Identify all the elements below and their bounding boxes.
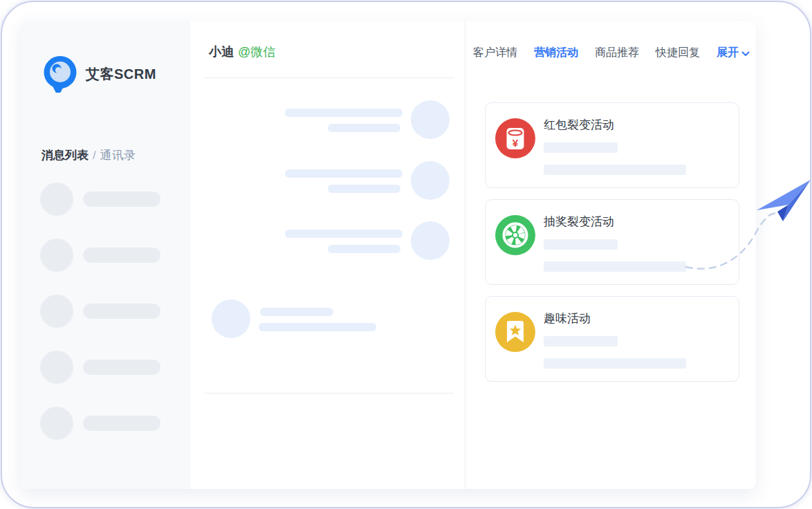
chevron-down-icon: [741, 47, 750, 59]
conversation-item[interactable]: [40, 295, 171, 328]
conversation-item[interactable]: [40, 183, 171, 216]
tab-product-recommend[interactable]: 商品推荐: [595, 46, 639, 60]
activity-card-list: ¥ 红包裂变活动: [485, 102, 739, 393]
yuan-symbol: ¥: [513, 137, 519, 149]
sidebar-nav: 消息列表/通讯录: [41, 147, 136, 163]
chat-header: 小迪@微信: [209, 44, 275, 60]
card-title: 红包裂变活动: [544, 117, 614, 133]
expand-label: 展开: [717, 46, 739, 60]
text-placeholder: [83, 416, 160, 431]
message-bar: [285, 169, 403, 178]
card-text-placeholder: [544, 336, 618, 346]
card-text-placeholder: [544, 261, 686, 272]
text-placeholder: [83, 360, 160, 375]
avatar-placeholder: [40, 295, 73, 328]
channel-tag: @微信: [238, 45, 275, 59]
avatar-placeholder: [40, 239, 73, 272]
card-title: 趣味活动: [544, 311, 591, 326]
avatar-placeholder: [40, 351, 73, 384]
message-bar: [260, 308, 333, 316]
red-packet-icon: ¥: [495, 118, 535, 158]
outgoing-message: [214, 100, 450, 140]
activity-card-red-packet[interactable]: ¥ 红包裂变活动: [485, 102, 739, 188]
avatar-placeholder: [411, 161, 450, 200]
screenshot-canvas: 艾客SCRM 消息列表/通讯录: [0, 0, 812, 509]
prize-wheel-icon: [495, 215, 535, 255]
contact-name: 小迪: [209, 45, 234, 59]
conversation-list: [40, 183, 171, 463]
avatar-placeholder: [40, 183, 73, 216]
app-name: 艾客SCRM: [86, 65, 156, 84]
app-logo: 艾客SCRM: [41, 55, 156, 93]
avatar-placeholder: [411, 100, 450, 139]
panel-tabs: 客户详情 营销活动 商品推荐 快捷回复 展开: [473, 46, 750, 60]
activity-card-lottery[interactable]: 抽奖裂变活动: [485, 199, 739, 285]
avatar-placeholder: [40, 407, 73, 440]
outgoing-message: [214, 221, 450, 261]
app-window: 艾客SCRM 消息列表/通讯录: [21, 21, 756, 489]
activity-card-fun[interactable]: 趣味活动: [485, 296, 739, 382]
card-text-placeholder: [544, 165, 686, 175]
star-badge-icon: [495, 312, 535, 352]
text-placeholder: [83, 192, 160, 207]
tab-marketing-activity[interactable]: 营销活动: [534, 46, 578, 60]
conversation-item[interactable]: [40, 407, 171, 440]
message-bar: [259, 323, 376, 331]
expand-button[interactable]: 展开: [717, 46, 750, 60]
header-divider: [204, 77, 454, 78]
message-bar: [328, 245, 400, 253]
message-bar: [328, 185, 400, 193]
nav-separator: /: [93, 149, 96, 162]
card-text-placeholder: [544, 358, 686, 369]
sidebar-tab-messages[interactable]: 消息列表: [41, 149, 89, 162]
text-placeholder: [83, 248, 160, 263]
incoming-message: [212, 299, 447, 340]
paper-plane-icon: [754, 176, 812, 228]
conversation-item[interactable]: [40, 351, 171, 384]
tab-quick-reply[interactable]: 快捷回复: [656, 46, 700, 60]
detail-panel: 客户详情 营销活动 商品推荐 快捷回复 展开: [465, 21, 756, 489]
chat-column: 小迪@微信: [190, 21, 465, 489]
card-text-placeholder: [544, 239, 618, 250]
app-logo-icon: [41, 55, 79, 93]
card-title: 抽奖裂变活动: [544, 214, 614, 230]
avatar-placeholder: [212, 299, 250, 338]
text-placeholder: [83, 304, 160, 319]
message-bar: [328, 124, 400, 132]
input-divider: [204, 393, 454, 394]
conversation-item[interactable]: [40, 239, 171, 272]
card-text-placeholder: [544, 142, 618, 153]
sidebar-tab-contacts[interactable]: 通讯录: [100, 149, 136, 162]
sidebar: 艾客SCRM 消息列表/通讯录: [21, 21, 190, 489]
tab-customer-detail[interactable]: 客户详情: [473, 46, 517, 60]
message-bar: [285, 109, 403, 117]
message-bar: [285, 230, 403, 238]
outgoing-message: [214, 161, 450, 201]
avatar-placeholder: [411, 221, 450, 260]
